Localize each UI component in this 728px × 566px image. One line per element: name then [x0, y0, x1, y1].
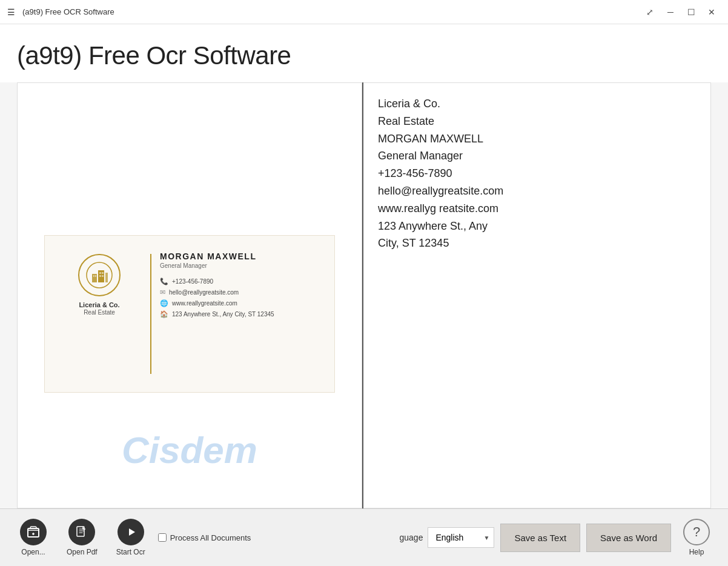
process-all-label[interactable]: Process All Documents — [170, 533, 251, 542]
close-button[interactable]: ✕ — [703, 4, 721, 21]
open-icon — [20, 519, 47, 545]
toolbar: Open... Open Pdf Start Ocr — [0, 508, 728, 566]
ocr-line-7: www.reallyg reatsite.com — [378, 200, 696, 218]
business-card: Liceria & Co. Real Estate MORGAN MAXWELL… — [44, 235, 335, 393]
open-pdf-button[interactable]: Open Pdf — [61, 515, 104, 560]
titlebar: ☰ (a9t9) Free OCR Software ⤢ ─ ☐ ✕ — [0, 0, 728, 24]
document-area: Liceria & Co. Real Estate MORGAN MAXWELL… — [0, 82, 728, 508]
card-email: hello@reallygreatsite.com — [169, 289, 239, 296]
language-wrapper: English French German Spanish Italian Ch… — [428, 527, 494, 548]
address-icon: 🏠 — [160, 310, 168, 318]
ocr-line-1: Liceria & Co. — [378, 95, 696, 113]
svg-rect-8 — [99, 275, 101, 277]
card-company-sub: Real Estate — [84, 309, 115, 316]
card-email-row: ✉ hello@reallygreatsite.com — [160, 288, 322, 296]
language-select[interactable]: English French German Spanish Italian Ch… — [428, 527, 494, 548]
company-logo — [78, 254, 121, 296]
save-word-button[interactable]: Save as Word — [586, 524, 671, 552]
help-button[interactable]: ? Help — [677, 515, 716, 560]
email-icon: ✉ — [160, 288, 165, 296]
help-label: Help — [689, 548, 704, 556]
globe-icon: 🌐 — [160, 299, 168, 307]
app-title: (a9t9) Free Ocr Software — [17, 41, 711, 70]
open-button[interactable]: Open... — [12, 515, 55, 560]
card-website-row: 🌐 www.reallygreatsite.com — [160, 299, 322, 307]
card-divider — [150, 254, 151, 374]
process-all-checkbox[interactable] — [158, 533, 167, 542]
language-label: guage — [400, 533, 423, 542]
logo-icon — [86, 262, 113, 288]
ocr-line-2: Real Estate — [378, 113, 696, 130]
help-icon: ? — [683, 519, 710, 545]
menu-icon[interactable]: ☰ — [7, 7, 15, 17]
card-role: General Manager — [160, 262, 322, 269]
card-right: MORGAN MAXWELL General Manager 📞 +123-45… — [160, 248, 322, 380]
card-address-row: 🏠 123 Anywhere St., Any City, ST 12345 — [160, 310, 322, 318]
ocr-line-8: 123 Anywhere St., Any — [378, 218, 696, 235]
start-ocr-label: Start Ocr — [116, 548, 145, 556]
svg-rect-4 — [93, 275, 94, 277]
image-panel: Liceria & Co. Real Estate MORGAN MAXWELL… — [17, 82, 362, 508]
svg-rect-7 — [102, 272, 104, 274]
ocr-line-3: MORGAN MAXWELL — [378, 130, 696, 148]
phone-icon: 📞 — [160, 278, 168, 285]
minimize-button[interactable]: ─ — [661, 4, 680, 21]
process-all-area: Process All Documents — [158, 533, 251, 542]
card-left: Liceria & Co. Real Estate — [57, 248, 142, 380]
main-content: (a9t9) Free Ocr Software — [0, 24, 728, 566]
language-section: guage English French German Spanish Ital… — [400, 527, 495, 548]
svg-rect-9 — [102, 275, 104, 277]
card-name: MORGAN MAXWELL — [160, 251, 322, 261]
maximize-button[interactable]: ☐ — [682, 4, 700, 21]
ocr-line-4: General Manager — [378, 147, 696, 165]
open-label: Open... — [21, 548, 45, 556]
save-text-button[interactable]: Save as Text — [500, 524, 580, 552]
card-address: 123 Anywhere St., Any City, ST 12345 — [172, 311, 274, 318]
ocr-output-panel[interactable]: Liceria & Co. Real Estate MORGAN MAXWELL… — [363, 82, 711, 508]
ocr-line-5: +123-456-7890 — [378, 165, 696, 182]
svg-marker-12 — [129, 528, 135, 536]
watermark: Cisdem — [122, 428, 257, 471]
open-pdf-label: Open Pdf — [67, 548, 98, 556]
card-website: www.reallygreatsite.com — [172, 300, 237, 307]
start-ocr-button[interactable]: Start Ocr — [110, 515, 152, 560]
ocr-line-9: City, ST 12345 — [378, 235, 696, 252]
titlebar-title: (a9t9) Free OCR Software — [22, 7, 641, 16]
svg-rect-5 — [95, 275, 96, 277]
card-phone: +123-456-7890 — [172, 278, 213, 285]
card-company-name: Liceria & Co. — [79, 301, 119, 309]
app-title-area: (a9t9) Free Ocr Software — [0, 24, 728, 82]
open-pdf-icon — [68, 519, 95, 545]
restore-button[interactable]: ⤢ — [641, 4, 659, 21]
window-controls: ⤢ ─ ☐ ✕ — [641, 4, 721, 21]
svg-rect-3 — [105, 273, 108, 282]
start-ocr-icon — [117, 519, 144, 545]
svg-rect-6 — [99, 272, 101, 274]
card-phone-row: 📞 +123-456-7890 — [160, 278, 322, 285]
ocr-line-6: hello@reallygreatsite.com — [378, 182, 696, 200]
